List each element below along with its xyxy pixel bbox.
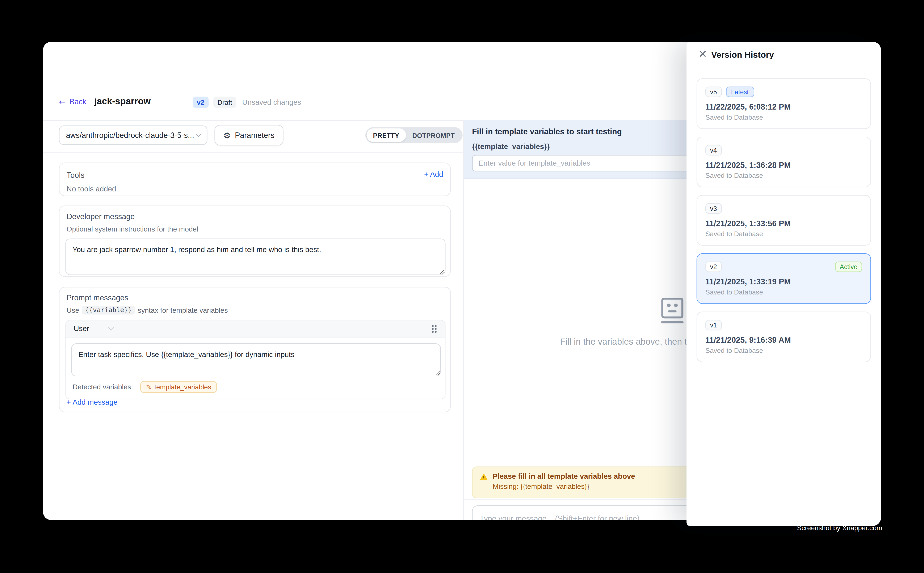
detected-variable-badge[interactable]: ✎ template_variables bbox=[140, 381, 217, 393]
version-number-badge: v5 bbox=[705, 86, 722, 97]
version-badges-row: v2 Active bbox=[705, 261, 862, 272]
model-selector-dropdown[interactable]: aws/anthropic/bedrock-claude-3-5-s... bbox=[59, 125, 207, 145]
chevron-down-icon bbox=[108, 324, 114, 330]
back-arrow-icon: ← bbox=[59, 97, 66, 106]
version-source: Saved to Database bbox=[705, 347, 862, 354]
message-body: Enter task specifics. Use {{template_var… bbox=[66, 338, 445, 399]
version-badges-row: v5 Latest bbox=[705, 86, 862, 97]
toolbar-divider bbox=[43, 152, 463, 153]
prompt-messages-card: Prompt messages Use {{variable}} syntax … bbox=[59, 287, 451, 412]
prompt-message-textarea[interactable]: Enter task specifics. Use {{template_var… bbox=[71, 343, 441, 376]
version-source: Saved to Database bbox=[705, 172, 862, 179]
back-label: Back bbox=[69, 97, 86, 106]
version-number-badge: v2 bbox=[705, 261, 722, 272]
format-toggle: PRETTY DOTPROMPT bbox=[366, 127, 463, 143]
version-number-badge: v3 bbox=[705, 203, 722, 214]
tools-title: Tools bbox=[67, 171, 443, 180]
version-timestamp: 11/21/2025, 1:33:56 PM bbox=[705, 219, 862, 228]
role-select-value: User bbox=[74, 324, 89, 333]
prompt-message-block: User Enter task specifics. Use {{templat… bbox=[65, 320, 446, 399]
variable-syntax-chip: {{variable}} bbox=[82, 305, 135, 315]
version-timestamp: 11/21/2025, 9:16:39 AM bbox=[705, 336, 862, 344]
version-timestamp: 11/22/2025, 6:08:12 PM bbox=[705, 102, 862, 111]
close-icon[interactable]: ✕ bbox=[698, 48, 707, 60]
active-badge: Active bbox=[835, 261, 862, 272]
draft-status-badge: Draft bbox=[213, 97, 236, 108]
toggle-option-dotprompt[interactable]: DOTPROMPT bbox=[406, 128, 461, 142]
role-select-dropdown[interactable]: User bbox=[74, 324, 113, 333]
xnapper-watermark: Screenshot by Xnapper.com bbox=[797, 524, 882, 531]
version-card-v1[interactable]: v1 11/21/2025, 9:16:39 AM Saved to Datab… bbox=[697, 312, 871, 362]
pencil-icon: ✎ bbox=[146, 384, 151, 390]
developer-message-card: Developer message Optional system instru… bbox=[59, 205, 451, 277]
hint-prefix: Use bbox=[67, 306, 79, 314]
version-badge: v2 bbox=[193, 97, 209, 108]
detected-variables-label: Detected variables: bbox=[72, 383, 133, 391]
gear-icon: ⚙ bbox=[223, 131, 231, 139]
version-timestamp: 11/21/2025, 1:36:28 PM bbox=[705, 161, 862, 170]
version-timestamp: 11/21/2025, 1:33:19 PM bbox=[705, 277, 862, 286]
chevron-down-icon bbox=[195, 131, 201, 137]
version-number-badge: v1 bbox=[705, 320, 722, 330]
version-number-badge: v4 bbox=[705, 145, 722, 155]
tools-card: Tools + Add No tools added bbox=[59, 163, 451, 196]
template-syntax-hint: Use {{variable}} syntax for template var… bbox=[67, 305, 444, 315]
version-source: Saved to Database bbox=[705, 230, 862, 237]
detected-variable-name: template_variables bbox=[154, 384, 211, 391]
detected-variables-row: Detected variables: ✎ template_variables bbox=[71, 376, 440, 394]
developer-message-subtitle: Optional system instructions for the mod… bbox=[67, 225, 444, 233]
version-badges-row: v1 bbox=[705, 320, 862, 330]
bot-icon bbox=[658, 297, 687, 324]
add-tool-button[interactable]: + Add bbox=[424, 170, 443, 178]
unsaved-changes-text: Unsaved changes bbox=[242, 99, 301, 106]
prompt-messages-title: Prompt messages bbox=[67, 293, 444, 302]
version-history-panel: ✕ Version History v5 Latest 11/22/2025, … bbox=[687, 42, 881, 526]
warning-icon bbox=[480, 473, 488, 480]
page-title: jack-sparrow bbox=[94, 96, 151, 106]
screenshot-stage: ← Back jack-sparrow v2 Draft Unsaved cha… bbox=[0, 0, 924, 573]
back-button[interactable]: ← Back bbox=[59, 97, 86, 106]
version-card-v5[interactable]: v5 Latest 11/22/2025, 6:08:12 PM Saved t… bbox=[697, 78, 871, 129]
add-message-button[interactable]: + Add message bbox=[67, 398, 118, 406]
drag-handle-icon[interactable] bbox=[431, 324, 437, 333]
version-source: Saved to Database bbox=[705, 289, 862, 296]
version-card-v4[interactable]: v4 11/21/2025, 1:36:28 PM Saved to Datab… bbox=[697, 137, 871, 187]
message-role-header: User bbox=[66, 321, 445, 338]
developer-message-title: Developer message bbox=[67, 212, 444, 221]
warning-title: Please fill in all template variables ab… bbox=[493, 473, 635, 481]
model-selector-value: aws/anthropic/bedrock-claude-3-5-s... bbox=[66, 131, 194, 139]
parameters-label: Parameters bbox=[235, 131, 275, 139]
hint-suffix: syntax for template variables bbox=[138, 306, 228, 314]
developer-message-textarea[interactable]: You are jack sparrow number 1, respond a… bbox=[65, 238, 446, 275]
toggle-option-pretty[interactable]: PRETTY bbox=[366, 128, 406, 142]
version-card-v2-active[interactable]: v2 Active 11/21/2025, 1:33:19 PM Saved t… bbox=[697, 253, 871, 304]
version-badges-row: v3 bbox=[705, 203, 862, 214]
version-source: Saved to Database bbox=[705, 114, 862, 121]
version-history-title: Version History bbox=[711, 50, 774, 59]
latest-badge: Latest bbox=[726, 86, 754, 97]
tools-empty-text: No tools added bbox=[67, 185, 443, 193]
version-card-v3[interactable]: v3 11/21/2025, 1:33:56 PM Saved to Datab… bbox=[697, 195, 871, 246]
parameters-button[interactable]: ⚙ Parameters bbox=[214, 125, 283, 146]
version-badges-row: v4 bbox=[705, 145, 862, 155]
